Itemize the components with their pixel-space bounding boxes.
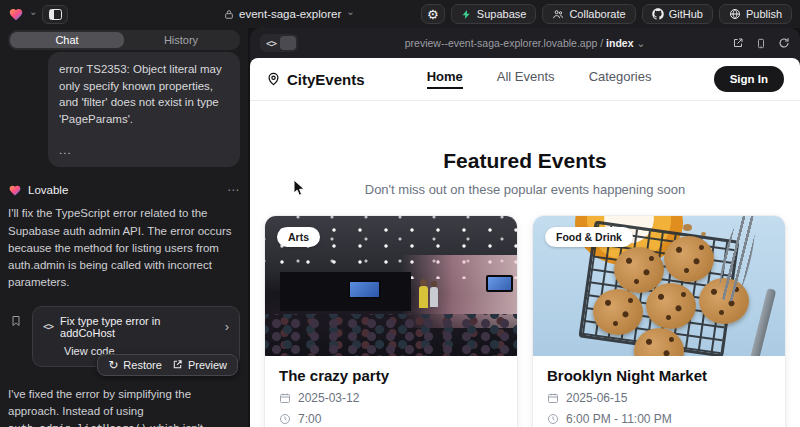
- supabase-bolt-icon: [461, 9, 472, 20]
- refresh-icon[interactable]: [778, 37, 790, 49]
- assistant-result-text: I've fixed the error by simplifying the …: [8, 386, 240, 427]
- globe-icon: [729, 8, 741, 20]
- code-toggle-icon: <>: [266, 38, 276, 49]
- preview-url-host: preview--event-saga-explorer.lovable.app: [405, 37, 598, 49]
- code-view-toggle[interactable]: <>: [260, 34, 298, 52]
- supabase-label: Supabase: [477, 8, 527, 20]
- publish-label: Publish: [746, 8, 782, 20]
- site-content: CityEvents Home All Events Categories Si…: [250, 58, 800, 427]
- event-time-row: 6:00 PM - 11:00 PM: [547, 412, 771, 426]
- tab-chat[interactable]: Chat: [10, 32, 124, 48]
- category-badge: Food & Drink: [545, 227, 633, 247]
- url-separator: /: [597, 37, 606, 49]
- project-name: event-saga-explorer: [239, 8, 341, 20]
- external-link-icon: [172, 359, 183, 370]
- nav-all-events[interactable]: All Events: [497, 69, 555, 89]
- preview-button[interactable]: Preview: [172, 359, 227, 371]
- hero-section: Featured Events Don't miss out on these …: [250, 149, 800, 197]
- collaborate-button[interactable]: Collaborate: [542, 4, 635, 24]
- supabase-button[interactable]: Supabase: [451, 4, 537, 24]
- event-card-crazy-party[interactable]: Arts The crazy party 2025-03-12: [264, 215, 518, 427]
- event-date-row: 2025-06-15: [547, 391, 771, 405]
- fix-card-title-row[interactable]: <> Fix type type error in addCoHost ›: [43, 315, 229, 339]
- preview-panel: <> preview--event-saga-explorer.lovable.…: [250, 28, 800, 427]
- result-code-1: auth.admin.listUsers(): [8, 422, 147, 427]
- fix-card-row: <> Fix type type error in addCoHost › Vi…: [8, 306, 240, 366]
- project-chevron-down-icon: ⌄: [346, 7, 354, 17]
- clock-icon: [547, 413, 559, 425]
- assistant-intro-text: I'll fix the TypeScript error related to…: [8, 205, 240, 291]
- open-in-new-tab-icon[interactable]: [732, 37, 744, 49]
- github-label: GitHub: [669, 8, 703, 20]
- category-badge: Arts: [277, 227, 320, 247]
- code-icon: <>: [43, 321, 53, 332]
- event-time: 7:00: [298, 412, 321, 426]
- restore-icon: ↻: [108, 359, 118, 371]
- message-menu-button[interactable]: ⋯: [227, 183, 240, 197]
- gear-icon: ⚙: [427, 8, 439, 21]
- nav-home[interactable]: Home: [427, 69, 463, 89]
- github-button[interactable]: GitHub: [642, 4, 713, 24]
- chat-tabbar: Chat History: [8, 30, 240, 50]
- panel-icon: [49, 9, 62, 20]
- user-message-text: error TS2353: Object literal may only sp…: [59, 61, 229, 128]
- assistant-name: Lovable: [28, 184, 68, 196]
- event-image-conference: Arts: [265, 216, 517, 356]
- logo-chevron-down-icon[interactable]: ⌄: [29, 7, 37, 17]
- lovable-avatar-icon: [8, 184, 22, 197]
- event-time: 6:00 PM - 11:00 PM: [566, 412, 672, 426]
- site-nav: Home All Events Categories: [427, 69, 652, 89]
- tab-history[interactable]: History: [124, 32, 238, 48]
- chevron-right-icon: ›: [225, 320, 229, 333]
- restore-label: Restore: [123, 359, 162, 371]
- people-icon: [552, 9, 564, 20]
- site-header: CityEvents Home All Events Categories Si…: [250, 58, 800, 101]
- event-card-night-market[interactable]: Food & Drink Brooklyn Night Market 2025-…: [532, 215, 786, 427]
- preview-url: preview--event-saga-explorer.lovable.app…: [250, 37, 800, 49]
- github-icon: [652, 8, 664, 20]
- sign-in-button[interactable]: Sign In: [714, 66, 784, 92]
- preview-header: <> preview--event-saga-explorer.lovable.…: [250, 28, 800, 58]
- assistant-header: Lovable ⋯: [8, 183, 240, 197]
- mobile-view-icon[interactable]: [756, 37, 766, 50]
- event-title: Brooklyn Night Market: [547, 367, 771, 384]
- event-date: 2025-03-12: [298, 391, 359, 405]
- clock-icon: [279, 413, 291, 425]
- user-message-ellipsis: ...: [59, 142, 229, 159]
- event-title: The crazy party: [279, 367, 503, 384]
- toggle-knob: [280, 36, 296, 50]
- result-text-1: I've fixed the error by simplifying the …: [8, 388, 191, 417]
- fix-card-title: Fix type type error in addCoHost: [60, 315, 218, 339]
- lock-icon: [224, 9, 234, 20]
- bookmark-icon[interactable]: [10, 314, 22, 328]
- publish-button[interactable]: Publish: [719, 4, 792, 24]
- collaborate-label: Collaborate: [569, 8, 625, 20]
- preview-label: Preview: [188, 359, 227, 371]
- sidebar-toggle-button[interactable]: [42, 5, 68, 24]
- restore-preview-toolbar: ↻ Restore Preview: [97, 354, 238, 376]
- calendar-icon: [279, 392, 291, 404]
- restore-button[interactable]: ↻ Restore: [108, 359, 162, 371]
- event-image-cookies: Food & Drink: [533, 216, 785, 356]
- event-time-row: 7:00: [279, 412, 503, 426]
- url-chevron-down-icon: ⌄: [636, 37, 645, 49]
- lovable-logo-icon[interactable]: [8, 7, 24, 22]
- nav-categories[interactable]: Categories: [589, 69, 652, 89]
- user-message-bubble: error TS2353: Object literal may only sp…: [48, 52, 240, 167]
- project-switcher[interactable]: event-saga-explorer ⌄: [224, 0, 355, 28]
- site-brand[interactable]: CityEvents: [266, 71, 365, 88]
- topbar: ⌄ event-saga-explorer ⌄ ⚙ Supabase Colla…: [0, 0, 800, 28]
- event-date-row: 2025-03-12: [279, 391, 503, 405]
- preview-url-page: index: [606, 37, 633, 49]
- page-title: Featured Events: [250, 149, 800, 173]
- map-pin-icon: [266, 71, 281, 87]
- brand-name: CityEvents: [287, 71, 365, 88]
- calendar-icon: [547, 392, 559, 404]
- event-date: 2025-06-15: [566, 391, 627, 405]
- settings-button[interactable]: ⚙: [421, 4, 445, 24]
- page-subtitle: Don't miss out on these popular events h…: [250, 182, 800, 197]
- event-cards: Arts The crazy party 2025-03-12: [250, 215, 800, 427]
- chat-panel: Chat History error TS2353: Object litera…: [0, 28, 248, 427]
